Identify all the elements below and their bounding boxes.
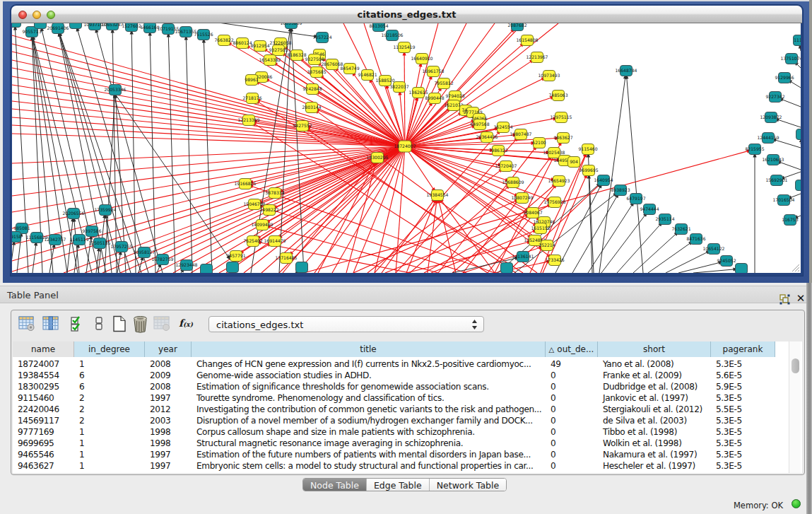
graph-node[interactable]: 20691406: [47, 23, 69, 34]
table-row[interactable]: 969969511998Structural magnetic resonanc…: [13, 438, 775, 449]
graph-node[interactable]: 6479197: [626, 194, 645, 204]
close-icon[interactable]: ✕: [795, 292, 806, 305]
graph-node[interactable]: 62100: [532, 138, 546, 148]
table-row[interactable]: 946362711997Embryonic stem cells: a mode…: [13, 460, 775, 472]
graph-node[interactable]: 12505135: [88, 238, 110, 249]
column-header-title[interactable]: title: [192, 341, 546, 357]
graph-node[interactable]: 19166825: [234, 179, 256, 189]
graph-node[interactable]: 12975115: [550, 112, 572, 123]
graph-node[interactable]: 1527602: [122, 23, 141, 32]
graph-node[interactable]: 19654923: [548, 176, 570, 187]
graph-node[interactable]: 10807487: [510, 129, 531, 140]
network-window-titlebar[interactable]: citations_edges.txt: [11, 6, 802, 23]
graph-node[interactable]: 16543382: [259, 55, 281, 66]
canvas-resize-grip[interactable]: [791, 263, 800, 272]
table-row[interactable]: 977716911998Corpus callosum shape and si…: [13, 426, 775, 438]
graph-node[interactable]: 116753: [782, 215, 798, 226]
graph-node[interactable]: 17957255: [110, 242, 132, 252]
column-header-in-degree[interactable]: in_degree: [74, 341, 145, 357]
graph-node[interactable]: 8454749: [340, 64, 359, 74]
tab-edge-table[interactable]: Edge Table: [367, 479, 430, 491]
graph-node[interactable]: 252214: [539, 240, 555, 251]
network-canvas[interactable]: 9055713206914061093710310653287152760264…: [12, 23, 801, 273]
graph-node[interactable]: [796, 129, 801, 140]
graph-node[interactable]: 16648784: [615, 66, 637, 76]
graph-node[interactable]: 20364436: [476, 132, 498, 143]
delete-icon[interactable]: [132, 315, 148, 333]
table-row[interactable]: 1456911722003Disruption of a novel membe…: [13, 415, 775, 426]
graph-node[interactable]: 16033809: [280, 23, 302, 29]
graph-node[interactable]: [736, 264, 748, 274]
graph-node[interactable]: [296, 262, 308, 273]
graph-node[interactable]: 9146821: [358, 70, 377, 81]
graph-node[interactable]: 12093872: [760, 112, 782, 123]
graph-node[interactable]: [501, 263, 513, 274]
graph-node[interactable]: 13751074: [780, 54, 801, 64]
application-window: {"window":{"title":"citations_edges.txt"…: [0, 0, 812, 514]
table-row[interactable]: 1872400712008Changes of HCN gene express…: [13, 358, 775, 370]
graph-node[interactable]: 11325419: [393, 42, 415, 53]
graph-node[interactable]: 9115460: [578, 144, 597, 155]
table-row[interactable]: 911546021997Tourette syndrome. Phenomeno…: [13, 392, 775, 404]
tab-network-table[interactable]: Network Table: [430, 479, 507, 491]
graph-node[interactable]: 10653287: [101, 23, 123, 30]
function-builder-icon[interactable]: f(x): [179, 317, 193, 329]
graph-node[interactable]: [35, 23, 47, 29]
table-settings-icon[interactable]: [18, 315, 35, 332]
svg-text:98961: 98961: [245, 77, 259, 82]
graph-node[interactable]: 1640954: [594, 175, 613, 186]
graph-node[interactable]: 7955812: [434, 78, 453, 89]
graph-node[interactable]: 19384554: [426, 190, 448, 201]
graph-node[interactable]: [796, 180, 801, 191]
graph-node[interactable]: 16914479: [264, 236, 286, 247]
graph-node[interactable]: 8813054: [369, 23, 388, 32]
graph-node[interactable]: 9699695: [579, 165, 598, 176]
graph-node[interactable]: 1112: [794, 35, 801, 46]
column-header-year[interactable]: year: [145, 341, 192, 357]
scrollbar-thumb[interactable]: [792, 358, 799, 373]
graph-node[interactable]: [70, 23, 82, 29]
table-row[interactable]: 1938455462009Genome-wide association stu…: [13, 370, 775, 381]
graph-node[interactable]: 904: [568, 157, 580, 168]
graph-node[interactable]: 9245052: [717, 256, 736, 267]
graph-node[interactable]: 39158: [12, 232, 22, 243]
graph-node[interactable]: [201, 264, 213, 274]
graph-node[interactable]: 8215955: [745, 144, 764, 155]
graph-node[interactable]: [227, 262, 239, 273]
graph-node[interactable]: 98961: [245, 75, 259, 86]
graph-node[interactable]: 3822037: [389, 82, 408, 93]
graph-node[interactable]: 19218506: [381, 30, 403, 41]
graph-node[interactable]: 7632621: [671, 224, 690, 235]
tab-node-table[interactable]: Node Table: [303, 479, 367, 491]
table-row[interactable]: 946554611997Estimation of the future num…: [13, 449, 775, 460]
graph-node[interactable]: 13716485: [275, 253, 297, 264]
row-height-icon[interactable]: [95, 315, 103, 332]
float-window-icon[interactable]: [779, 294, 790, 305]
graph-node[interactable]: 16210643: [762, 155, 784, 165]
graph-node[interactable]: 16154808: [516, 35, 538, 46]
table-column-icon[interactable]: [42, 315, 59, 332]
graph-node[interactable]: 17016504: [772, 195, 794, 206]
table-row[interactable]: 1830029562008Estimation of significance …: [13, 381, 775, 392]
new-document-icon[interactable]: [112, 315, 127, 332]
column-header-short[interactable]: short: [598, 341, 711, 357]
graph-node[interactable]: 7357224: [312, 33, 331, 43]
graph-node[interactable]: 2087682: [507, 23, 526, 31]
table-row[interactable]: 2242004622012Investigating the contribut…: [13, 404, 775, 415]
graph-node[interactable]: 12444159: [757, 133, 779, 144]
graph-node[interactable]: 9463627: [553, 133, 572, 144]
column-header-name[interactable]: name: [13, 341, 74, 357]
table-vertical-scrollbar[interactable]: [789, 341, 801, 473]
table-select-dropdown[interactable]: citations_edges.txt: [208, 316, 484, 332]
graph-node[interactable]: 7515526: [194, 30, 213, 40]
graph-node[interactable]: 15720407: [495, 161, 517, 172]
graph-node[interactable]: [12, 23, 21, 28]
graph-node[interactable]: 15692901: [765, 175, 787, 186]
graph-node[interactable]: 12213967: [526, 52, 548, 63]
graph-node[interactable]: 2935114: [655, 214, 674, 225]
column-visibility-icon[interactable]: [70, 315, 85, 332]
table-panel: Table Panel ✕: [0, 283, 806, 514]
column-header-out-de-[interactable]: △out_de...: [546, 341, 598, 357]
column-header-pagerank[interactable]: pagerank: [711, 341, 775, 357]
graph-node[interactable]: 9474444: [640, 204, 659, 215]
